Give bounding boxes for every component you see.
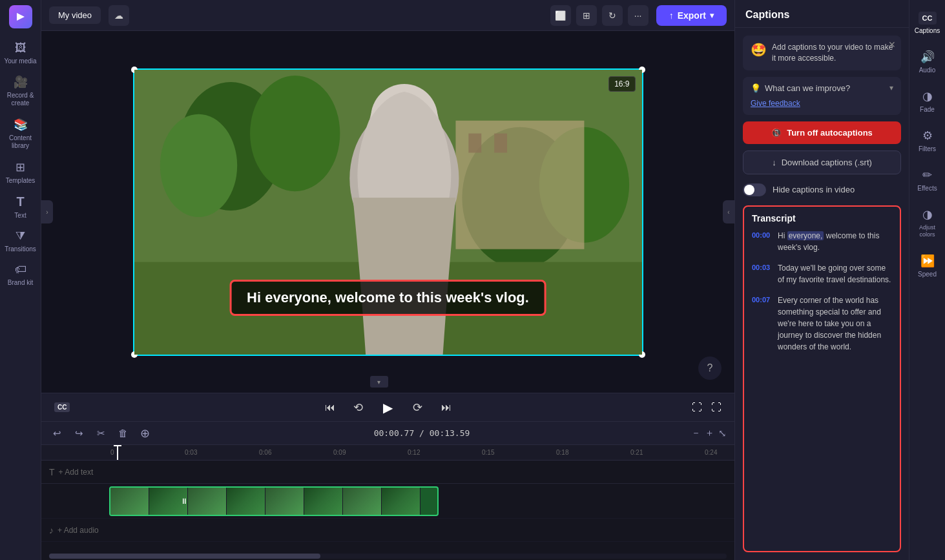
download-captions-button[interactable]: ↓ Download captions (.srt) [743, 150, 901, 174]
topbar-tools: ⬜ ⊞ ↻ ··· [550, 5, 649, 26]
filters-icon: ⚙ [922, 129, 933, 143]
chevron-right-icon: ‹ [727, 209, 729, 216]
svg-point-4 [160, 114, 236, 216]
ruler-mark-15: 0:15 [482, 449, 556, 456]
tab-adjust-colors[interactable]: ◑ Adjustcolors [909, 201, 945, 245]
notification-emoji: 🤩 [751, 42, 767, 57]
delete-button[interactable]: 🗑 [115, 426, 130, 441]
timeline-scroll-thumb[interactable] [49, 554, 320, 559]
text-track: T + Add text [41, 461, 734, 484]
cut-button[interactable]: ✂ [93, 426, 109, 441]
layout-tool-button[interactable]: ⊞ [576, 5, 597, 26]
transcript-entry-1[interactable]: 00:03 Today we'll be going over some of … [752, 262, 892, 285]
fade-icon: ◑ [922, 89, 933, 103]
hide-captions-toggle[interactable] [743, 183, 766, 196]
brand-icon: 🏷 [15, 263, 26, 276]
feedback-label: 💡 What can we improve? [751, 83, 850, 93]
transcript-text-1: Today we'll be going over some of my fav… [778, 262, 892, 285]
skip-back-button[interactable]: ⏮ [321, 399, 339, 417]
crop-tool-button[interactable]: ⬜ [550, 5, 571, 26]
sidebar-item-content-library[interactable]: 📚 Contentlibrary [0, 112, 41, 155]
adjust-colors-icon: ◑ [922, 207, 933, 222]
fast-forward-button[interactable]: ⟳ [409, 399, 427, 417]
add-audio-button[interactable]: + Add audio [57, 526, 99, 535]
sidebar-item-transitions[interactable]: ⧩ Transitions [0, 224, 41, 258]
export-button[interactable]: ↑ Export ▾ [656, 5, 727, 26]
ruler-mark-18: 0:18 [556, 449, 630, 456]
timeline-scrollbar[interactable] [49, 554, 727, 559]
captions-notification: 🤩 Add captions to your video to make it … [743, 36, 901, 70]
transcript-entry-0[interactable]: 00:00 Hi everyone, welcome to this week'… [752, 230, 892, 253]
timeline-tracks: T + Add text ⏸ ♪ + [41, 461, 734, 552]
chevron-down-icon: ▾ [377, 379, 380, 386]
sidebar-item-text[interactable]: T Text [0, 189, 41, 224]
skip-forward-button[interactable]: ⏭ [437, 399, 455, 417]
sidebar-item-brand-kit[interactable]: 🏷 Brand kit [0, 258, 41, 292]
ruler-mark-9: 0:09 [333, 449, 408, 456]
add-to-timeline-button[interactable]: ⊕ [137, 426, 152, 441]
video-frame: 16:9 Hi everyone, welcome to this week's… [133, 68, 643, 356]
expand-view-button[interactable]: ⛶ [692, 402, 702, 413]
tab-effects[interactable]: ✏ Effects [909, 161, 945, 198]
zoom-controls: － ＋ ⤡ [691, 427, 727, 439]
scroll-down-button[interactable]: ▾ [370, 376, 388, 388]
caption-overlay[interactable]: Hi everyone, welcome to this week's vlog… [229, 280, 546, 316]
feedback-chevron-icon: ▾ [889, 83, 893, 92]
fullscreen-button[interactable]: ⛶ [711, 402, 722, 413]
redo-button[interactable]: ↪ [71, 426, 87, 441]
fit-to-window-button[interactable]: ⤡ [718, 428, 727, 439]
ruler-mark-12: 0:12 [408, 449, 482, 456]
transcript-entry-2[interactable]: 00:07 Every corner of the world has some… [752, 295, 892, 353]
tab-speed[interactable]: ⏩ Speed [909, 247, 945, 284]
feedback-row: 💡 What can we improve? ▾ [751, 83, 893, 93]
panel-expand-button[interactable]: ‹ [723, 200, 734, 223]
video-track: ⏸ [41, 484, 734, 519]
sidebar-item-templates[interactable]: ⊞ Templates [0, 155, 41, 189]
toggle-knob [744, 185, 754, 195]
undo-button[interactable]: ↩ [49, 426, 65, 441]
ruler-mark-21: 0:21 [630, 449, 705, 456]
help-button[interactable]: ? [698, 357, 722, 380]
transcript-time-2: 00:07 [752, 295, 773, 353]
timecode-display: 00:00.77 / 00:13.59 [159, 428, 685, 438]
notification-close-button[interactable]: ✕ [888, 39, 896, 50]
video-tab[interactable]: My video [49, 6, 101, 24]
turn-off-autocaptions-button[interactable]: 📵 Turn off autocaptions [743, 121, 901, 144]
give-feedback-link[interactable]: Give feedback [751, 99, 800, 108]
sidebar-item-your-media[interactable]: 🖼 Your media [0, 36, 41, 70]
sidebar-item-record-create[interactable]: 🎥 Record &create [0, 70, 41, 112]
cloud-save-button[interactable]: ☁ [109, 5, 129, 26]
transcript-text-2: Every corner of the world has something … [778, 295, 892, 353]
main-content: My video ☁ ⬜ ⊞ ↻ ··· ↑ Export ▾ › ‹ [41, 0, 734, 560]
clip-pause-icon: ⏸ [180, 497, 188, 506]
templates-icon: ⊞ [16, 160, 25, 174]
feedback-box: 💡 What can we improve? ▾ Give feedback [743, 77, 901, 115]
tab-fade[interactable]: ◑ Fade [909, 83, 945, 119]
transcript-time-1: 00:03 [752, 262, 773, 285]
ruler-mark-24: 0:24 [705, 449, 734, 456]
tab-captions[interactable]: CC Captions [909, 5, 945, 41]
play-button[interactable]: ▶ [378, 397, 399, 418]
timeline-section: ↩ ↪ ✂ 🗑 ⊕ 00:00.77 / 00:13.59 － ＋ ⤡ 0 0:… [41, 421, 734, 560]
aspect-ratio-badge: 16:9 [608, 76, 635, 92]
captions-panel: Captions 🤩 Add captions to your video to… [734, 0, 909, 560]
transcript-time-0: 00:00 [752, 230, 773, 253]
tab-audio[interactable]: 🔊 Audio [909, 43, 945, 80]
video-area: › ‹ [41, 31, 734, 421]
left-sidebar: 🖼 Your media 🎥 Record &create 📚 Contentl… [0, 0, 41, 560]
rewind-button[interactable]: ⟲ [349, 399, 368, 417]
speed-icon: ⏩ [920, 254, 935, 268]
more-tools-button[interactable]: ··· [628, 5, 649, 26]
rotate-tool-button[interactable]: ↻ [602, 5, 623, 26]
ruler-mark-0: 0 [110, 449, 185, 456]
transcript-box: Transcript 00:00 Hi everyone, welcome to… [743, 205, 901, 552]
video-clip[interactable]: ⏸ [109, 486, 439, 516]
sidebar-collapse-button[interactable]: › [41, 200, 53, 223]
tab-filters[interactable]: ⚙ Filters [909, 122, 945, 159]
add-text-button[interactable]: + Add text [59, 468, 94, 477]
zoom-out-button[interactable]: － [691, 427, 701, 439]
lightbulb-icon: 💡 [751, 83, 761, 93]
media-icon: 🖼 [15, 41, 26, 55]
download-icon: ↓ [772, 158, 776, 167]
zoom-in-button[interactable]: ＋ [705, 427, 714, 439]
